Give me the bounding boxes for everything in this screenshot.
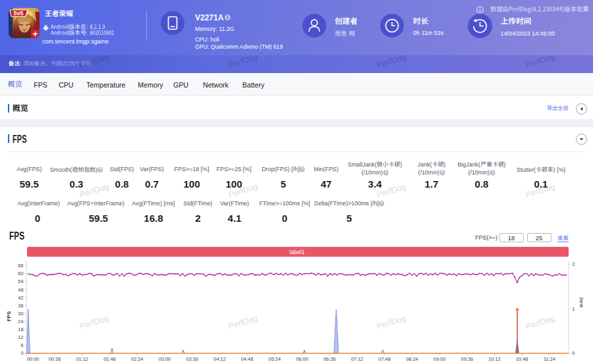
svg-text:10:12: 10:12 [488, 356, 501, 362]
svg-text:07:12: 07:12 [351, 356, 364, 362]
svg-text:?: ? [491, 170, 494, 175]
svg-text:54: 54 [18, 278, 23, 284]
svg-text:60: 60 [18, 271, 23, 276]
svg-text:09:00: 09:00 [434, 356, 446, 362]
svg-text:10:48: 10:48 [516, 356, 528, 362]
svg-text:?: ? [441, 170, 443, 175]
svg-text:09:36: 09:36 [461, 356, 474, 362]
svg-text:0: 0 [572, 350, 575, 356]
svg-text:06:36: 06:36 [324, 356, 336, 362]
svg-text:01:12: 01:12 [76, 356, 88, 362]
svg-text:04:12: 04:12 [213, 356, 226, 362]
svg-text:36: 36 [18, 303, 23, 309]
svg-text:12: 12 [18, 334, 23, 340]
svg-text:FPS: FPS [6, 311, 12, 321]
svg-text:07:48: 07:48 [378, 356, 391, 362]
svg-text:11:24: 11:24 [544, 356, 555, 362]
svg-text:Jank: Jank [579, 297, 584, 309]
svg-text:0: 0 [20, 350, 23, 356]
svg-text:6: 6 [20, 342, 23, 348]
svg-text:00:00: 00:00 [27, 356, 40, 362]
svg-text:05:24: 05:24 [269, 356, 281, 362]
svg-text:?: ? [384, 170, 387, 175]
svg-text:03:00: 03:00 [159, 356, 171, 362]
svg-text:48: 48 [18, 287, 23, 293]
svg-text:30: 30 [18, 311, 23, 317]
svg-text:42: 42 [18, 295, 23, 301]
svg-text:03:36: 03:36 [186, 356, 198, 362]
svg-text:1: 1 [572, 306, 575, 312]
svg-text:24: 24 [18, 319, 23, 325]
svg-text:?: ? [99, 167, 101, 172]
svg-text:00:36: 00:36 [49, 356, 61, 362]
svg-text:06:00: 06:00 [296, 356, 308, 362]
svg-text:04:48: 04:48 [241, 356, 254, 362]
svg-text:?: ? [380, 201, 383, 205]
svg-text:2: 2 [572, 261, 575, 267]
svg-text:?: ? [301, 167, 304, 171]
svg-text:08:24: 08:24 [406, 356, 418, 362]
svg-text:5v5: 5v5 [13, 10, 23, 16]
svg-text:18: 18 [18, 326, 23, 332]
svg-text:01:48: 01:48 [103, 356, 116, 362]
svg-text:02:24: 02:24 [131, 356, 144, 362]
svg-text:66: 66 [18, 263, 23, 269]
